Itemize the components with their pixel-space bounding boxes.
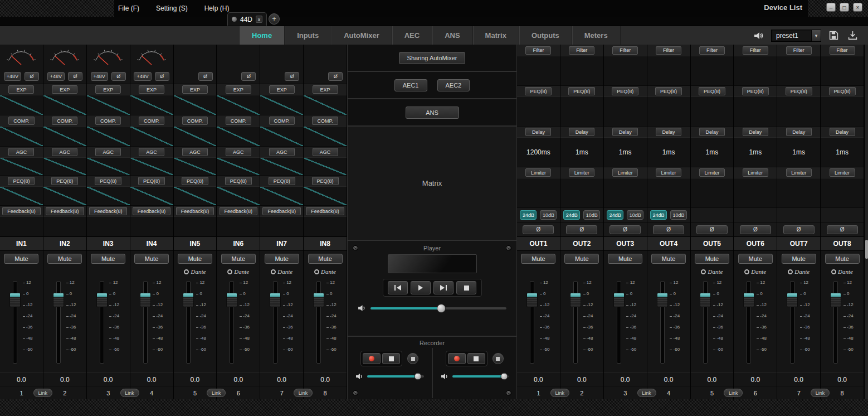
filter-button[interactable]: Filter xyxy=(699,46,725,55)
peq-graph[interactable] xyxy=(560,96,603,126)
gain-10db-button[interactable]: 10dB xyxy=(540,210,557,220)
peq-button[interactable]: PEQ(8) xyxy=(138,177,165,185)
filter-graph[interactable] xyxy=(821,56,864,85)
gain-fader[interactable] xyxy=(316,281,321,364)
mute-button[interactable]: Mute xyxy=(564,254,599,264)
speaker-icon[interactable] xyxy=(355,373,363,380)
nav-tab[interactable]: AutoMixer xyxy=(331,26,392,45)
player-volume-slider[interactable] xyxy=(370,307,506,309)
filter-button[interactable]: Filter xyxy=(569,46,594,55)
phase-invert-button[interactable]: Ø xyxy=(827,225,858,234)
fader-cap[interactable] xyxy=(613,293,625,307)
agc-graph[interactable] xyxy=(130,157,173,175)
peq-button[interactable]: PEQ(8) xyxy=(742,87,769,95)
export-preset-button[interactable] xyxy=(846,30,859,42)
phase-invert-button[interactable]: Ø xyxy=(285,72,299,81)
menu-help[interactable]: Help (H) xyxy=(204,4,230,12)
delay-button[interactable]: Delay xyxy=(569,128,594,136)
device-tab[interactable]: 44D x xyxy=(227,12,267,26)
record-button[interactable] xyxy=(363,353,381,364)
feedback-button[interactable]: Feedback(8) xyxy=(89,207,128,215)
phase-invert-button[interactable]: Ø xyxy=(609,225,641,234)
recorder-volume-handle[interactable] xyxy=(415,373,422,380)
gain-fader[interactable] xyxy=(617,281,621,364)
filter-graph[interactable] xyxy=(777,56,820,85)
matrix-panel[interactable]: Matrix xyxy=(348,127,516,241)
peq-button[interactable]: PEQ(8) xyxy=(269,177,295,185)
feedback-graph[interactable] xyxy=(304,216,347,236)
peq-button[interactable]: PEQ(8) xyxy=(312,177,339,185)
gain-10db-button[interactable]: 10dB xyxy=(627,210,643,220)
agc-graph[interactable] xyxy=(260,157,303,175)
feedback-button[interactable]: Feedback(8) xyxy=(176,207,214,215)
phase-invert-button[interactable]: Ø xyxy=(155,72,169,81)
agc-button[interactable]: AGC xyxy=(95,148,121,156)
gain-fader[interactable] xyxy=(273,281,277,364)
mute-button[interactable]: Mute xyxy=(651,254,686,264)
limiter-button[interactable]: Limiter xyxy=(612,168,638,177)
fader-cap[interactable] xyxy=(183,293,194,307)
device-list-button[interactable]: Device List xyxy=(764,3,802,12)
phase-invert-button[interactable]: Ø xyxy=(111,72,126,81)
limiter-graph[interactable] xyxy=(604,178,647,207)
link-button[interactable]: Link xyxy=(550,389,569,397)
fader-cap[interactable] xyxy=(526,293,538,307)
compressor-graph[interactable] xyxy=(130,126,173,146)
feedback-button[interactable]: Feedback(8) xyxy=(262,207,301,215)
limiter-button[interactable]: Limiter xyxy=(656,168,681,177)
link-button[interactable]: Link xyxy=(294,389,313,397)
link-button[interactable]: Link xyxy=(33,389,52,397)
expander-graph[interactable] xyxy=(130,95,173,115)
limiter-graph[interactable] xyxy=(517,178,560,207)
filter-graph[interactable] xyxy=(517,56,560,85)
limiter-button[interactable]: Limiter xyxy=(569,168,594,177)
agc-button[interactable]: AGC xyxy=(8,148,34,156)
agc-graph[interactable] xyxy=(174,157,217,175)
previous-track-button[interactable] xyxy=(388,281,408,294)
fader-cap[interactable] xyxy=(226,293,237,307)
limiter-button[interactable]: Limiter xyxy=(830,168,855,177)
recorder-volume-slider[interactable] xyxy=(452,375,509,378)
delay-button[interactable]: Delay xyxy=(743,128,768,136)
phantom-power-button[interactable]: +48V xyxy=(91,72,108,81)
expander-graph[interactable] xyxy=(43,95,86,115)
phase-invert-button[interactable]: Ø xyxy=(523,225,554,234)
filter-button[interactable]: Filter xyxy=(786,46,812,55)
gain-fader[interactable] xyxy=(143,281,148,364)
limiter-button[interactable]: Limiter xyxy=(786,168,812,177)
compressor-graph[interactable] xyxy=(0,126,43,146)
peq-button[interactable]: PEQ(8) xyxy=(51,177,78,185)
chevron-down-icon[interactable]: ▾ xyxy=(811,30,821,41)
gain-fader[interactable] xyxy=(790,281,794,364)
nav-tab[interactable]: Matrix xyxy=(473,26,519,45)
expander-graph[interactable] xyxy=(87,95,130,115)
phase-invert-button[interactable]: Ø xyxy=(696,225,728,234)
recorder-volume-slider[interactable] xyxy=(367,375,424,378)
mute-button[interactable]: Mute xyxy=(695,254,729,264)
add-device-tab-button[interactable]: + xyxy=(269,13,280,25)
phase-invert-button[interactable]: Ø xyxy=(653,225,684,234)
gain-fader[interactable] xyxy=(833,281,838,364)
phantom-power-button[interactable]: +48V xyxy=(4,72,21,81)
feedback-graph[interactable] xyxy=(43,216,86,236)
peq-button[interactable]: PEQ(8) xyxy=(786,87,812,95)
gain-10db-button[interactable]: 10dB xyxy=(670,210,687,220)
mute-button[interactable]: Mute xyxy=(221,254,256,264)
mute-button[interactable]: Mute xyxy=(782,254,816,264)
gain-fader[interactable] xyxy=(703,281,708,364)
compressor-graph[interactable] xyxy=(217,126,260,146)
phantom-power-button[interactable]: +48V xyxy=(134,72,151,81)
filter-button[interactable]: Filter xyxy=(830,46,855,55)
phase-invert-button[interactable]: Ø xyxy=(566,225,597,234)
limiter-button[interactable]: Limiter xyxy=(699,168,725,177)
mute-button[interactable]: Mute xyxy=(265,254,299,264)
nav-tab[interactable]: Outputs xyxy=(519,26,572,45)
ans-button[interactable]: ANS xyxy=(406,107,459,119)
peq-button[interactable]: PEQ(8) xyxy=(225,177,252,185)
filter-graph[interactable] xyxy=(604,56,647,85)
delay-button[interactable]: Delay xyxy=(786,128,812,136)
feedback-graph[interactable] xyxy=(217,216,260,236)
peq-button[interactable]: PEQ(8) xyxy=(8,177,35,185)
filter-button[interactable]: Filter xyxy=(612,46,638,55)
compressor-button[interactable]: COMP. xyxy=(8,117,34,125)
